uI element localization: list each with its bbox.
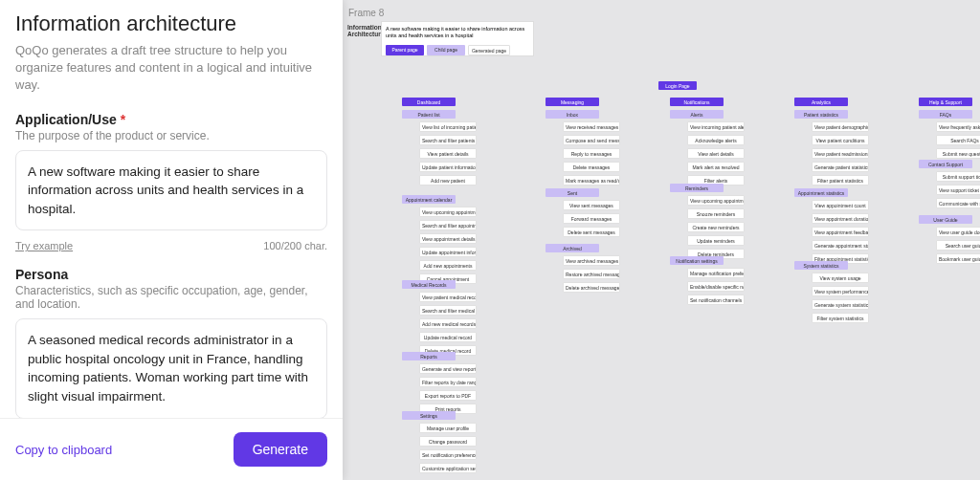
tree-node[interactable]: Help & Support xyxy=(919,98,972,106)
tree-node[interactable]: Update reminders xyxy=(687,235,745,246)
tree-node[interactable]: View incoming patient alerts xyxy=(687,121,745,132)
tree-node[interactable]: Acknowledge alerts xyxy=(687,135,745,145)
figma-canvas[interactable]: Frame 8 Information Architecture A new s… xyxy=(345,0,980,480)
tree-node[interactable]: View patient demographics xyxy=(812,121,869,132)
tree-node[interactable]: Mark messages as read/unread xyxy=(563,175,620,185)
tree-node[interactable]: Patient list xyxy=(402,110,456,119)
tree-node[interactable]: Analytics xyxy=(794,98,848,106)
tree-node[interactable]: View support ticket status xyxy=(936,185,980,195)
tree-node[interactable]: Delete archived messages xyxy=(563,282,620,293)
tree-node[interactable]: Login Page xyxy=(658,81,697,90)
tree-node[interactable]: Manage user profile xyxy=(419,423,477,433)
tree-node[interactable]: Search FAQs xyxy=(936,135,980,145)
tree-node[interactable]: Filter system statistics xyxy=(812,313,869,323)
tree-node[interactable]: View patient readmissions xyxy=(812,148,869,159)
tree-node[interactable]: Update appointment information xyxy=(419,247,477,257)
tree-node[interactable]: View patient details xyxy=(419,148,477,159)
tree-node[interactable]: Notifications xyxy=(670,98,724,106)
tree-node[interactable]: Change password xyxy=(419,436,477,447)
tree-node[interactable]: Add new appointments xyxy=(419,260,477,271)
tree-node[interactable]: Update medical record xyxy=(419,332,477,342)
tree-node[interactable]: View received messages xyxy=(563,121,620,132)
copy-to-clipboard-link[interactable]: Copy to clipboard xyxy=(15,443,112,457)
tree-node[interactable]: Reports xyxy=(402,352,456,360)
tree-node[interactable]: Delete sent messages xyxy=(563,227,620,237)
tree-node[interactable]: Medical Records xyxy=(402,280,456,289)
tree-node[interactable]: Appointment calendar xyxy=(402,195,456,204)
tree-node[interactable]: Communicate with support team xyxy=(936,198,980,208)
tree-node[interactable]: View frequently asked questions xyxy=(936,121,980,132)
tree-node[interactable]: Search and filter medical records xyxy=(419,305,477,316)
tree-node[interactable]: View sent messages xyxy=(563,200,620,210)
tree-node[interactable]: Forward messages xyxy=(563,213,620,224)
tree-node[interactable]: Set notification channels xyxy=(687,295,745,305)
tree-node[interactable]: Sent xyxy=(546,188,599,197)
tree-node[interactable]: Customize application settings xyxy=(419,463,477,473)
tree-node[interactable]: FAQs xyxy=(919,110,972,119)
tree-node[interactable]: Manage notification preferences xyxy=(687,268,745,278)
tree-node[interactable]: Generate appointment statistics report xyxy=(812,240,869,251)
tree-node[interactable]: Bookmark user guide sections xyxy=(936,253,980,264)
tree-node[interactable]: Compose and send messages xyxy=(563,135,620,145)
tree-node[interactable]: View upcoming appointment reminders xyxy=(687,195,745,206)
tree-node[interactable]: Restore archived messages xyxy=(563,269,620,279)
tree-node[interactable]: Alerts xyxy=(670,110,724,119)
legend-child: Child page xyxy=(427,45,465,55)
tree-node[interactable]: Settings xyxy=(402,411,456,420)
root-title-card[interactable]: Information Architecture xyxy=(347,24,378,37)
root-desc-card[interactable]: A new software making it easier to share… xyxy=(381,21,534,56)
tree-node[interactable]: Contact Support xyxy=(919,160,972,168)
tree-node[interactable]: Mark alert as resolved xyxy=(687,162,745,172)
tree-node[interactable]: View patient conditions xyxy=(812,135,869,145)
tree-node[interactable]: Enable/disable specific notifications xyxy=(687,281,745,292)
tree-node[interactable]: Add new patient xyxy=(419,175,477,185)
application-input[interactable] xyxy=(15,150,327,231)
tree-node[interactable]: Submit new question xyxy=(936,148,980,159)
tree-node[interactable]: View archived messages xyxy=(563,255,620,266)
tree-node[interactable]: Search user guide xyxy=(936,240,980,251)
tree-node[interactable]: View alert details xyxy=(687,148,745,159)
tree-node[interactable]: View system usage xyxy=(812,273,869,283)
tree-node[interactable]: View appointment feedback xyxy=(812,227,869,237)
tree-node[interactable]: Inbox xyxy=(546,110,599,119)
tree-node[interactable]: Search and filter patients xyxy=(419,135,477,145)
tree-node[interactable]: Notification settings xyxy=(670,256,724,265)
tree-node[interactable]: View system performance xyxy=(812,286,869,296)
tree-node[interactable]: System statistics xyxy=(794,261,848,270)
tree-node[interactable]: Delete messages xyxy=(563,162,620,172)
tree-node[interactable]: Generate and view reports xyxy=(419,363,477,374)
panel-scroll: Information architecture QoQo generates … xyxy=(0,0,343,418)
tree-node[interactable]: Snooze reminders xyxy=(687,208,745,219)
tree-node[interactable]: View appointment details xyxy=(419,233,477,244)
tree-node[interactable]: Generate system statistics report xyxy=(812,299,869,310)
tree-node[interactable]: View upcoming appointments xyxy=(419,207,477,217)
tree-node[interactable]: Messaging xyxy=(546,98,599,106)
tree-node[interactable]: Set notification preferences xyxy=(419,449,477,460)
generate-button[interactable]: Generate xyxy=(234,432,327,467)
tree-node[interactable]: Filter reports by date range xyxy=(419,377,477,387)
tree-node[interactable]: View list of incoming patients xyxy=(419,121,477,132)
tree-node[interactable]: View patient medical records xyxy=(419,292,477,302)
tree-node[interactable]: Generate patient statistics report xyxy=(812,162,869,172)
tree-node[interactable]: User Guide xyxy=(919,215,972,224)
tree-node[interactable]: Submit support ticket xyxy=(936,171,980,182)
tree-node[interactable]: Archived xyxy=(546,244,599,252)
tree-node[interactable]: Reply to messages xyxy=(563,148,620,159)
tree-node[interactable]: View user guide documentation xyxy=(936,227,980,237)
tree-node[interactable]: Create new reminders xyxy=(687,222,745,232)
tree-node[interactable]: Dashboard xyxy=(402,98,456,106)
tree-node[interactable]: Update patient information xyxy=(419,162,477,172)
try-example-link[interactable]: Try example xyxy=(15,240,73,251)
persona-input[interactable] xyxy=(15,318,327,418)
frame-label[interactable]: Frame 8 xyxy=(348,8,384,18)
persona-sublabel: Characteristics, such as specific occupa… xyxy=(15,284,327,311)
tree-node[interactable]: View appointment duration xyxy=(812,213,869,224)
tree-node[interactable]: Patient statistics xyxy=(794,110,848,119)
tree-node[interactable]: Filter patient statistics xyxy=(812,175,869,185)
tree-node[interactable]: Export reports to PDF xyxy=(419,390,477,401)
tree-node[interactable]: View appointment count xyxy=(812,200,869,210)
tree-node[interactable]: Search and filter appointments xyxy=(419,220,477,230)
tree-node[interactable]: Appointment statistics xyxy=(794,188,848,197)
tree-node[interactable]: Reminders xyxy=(670,184,724,192)
tree-node[interactable]: Add new medical records xyxy=(419,318,477,329)
